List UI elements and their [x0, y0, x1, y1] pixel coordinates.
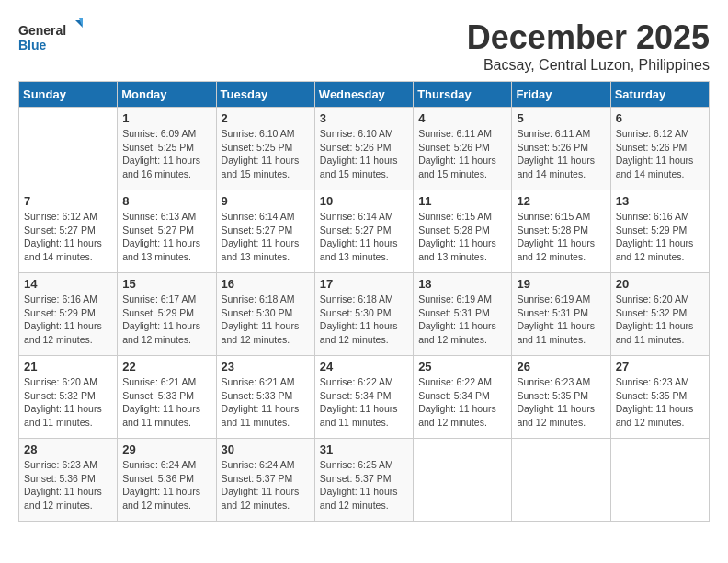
day-info: Sunrise: 6:18 AMSunset: 5:30 PMDaylight:…: [222, 293, 310, 347]
day-info: Sunrise: 6:23 AMSunset: 5:35 PMDaylight:…: [517, 375, 605, 430]
calendar-cell: 23Sunrise: 6:21 AMSunset: 5:33 PMDayligh…: [216, 356, 314, 439]
day-number: 13: [616, 194, 704, 208]
day-header: Sunday: [19, 82, 118, 108]
svg-text:Blue: Blue: [18, 38, 47, 52]
day-info: Sunrise: 6:12 AMSunset: 5:26 PMDaylight:…: [616, 127, 704, 181]
calendar-cell: 30Sunrise: 6:24 AMSunset: 5:37 PMDayligh…: [216, 439, 314, 522]
calendar-cell: 14Sunrise: 6:16 AMSunset: 5:29 PMDayligh…: [19, 273, 118, 356]
calendar-week-row: 28Sunrise: 6:23 AMSunset: 5:36 PMDayligh…: [19, 439, 710, 522]
day-number: 16: [222, 277, 310, 291]
day-header: Thursday: [414, 82, 512, 108]
day-number: 11: [418, 194, 506, 208]
day-header: Monday: [118, 82, 216, 108]
day-info: Sunrise: 6:09 AMSunset: 5:25 PMDaylight:…: [122, 127, 210, 181]
calendar-cell: 11Sunrise: 6:15 AMSunset: 5:28 PMDayligh…: [414, 190, 512, 273]
calendar-cell: 19Sunrise: 6:19 AMSunset: 5:31 PMDayligh…: [512, 273, 610, 356]
day-number: 12: [517, 194, 605, 208]
calendar-cell: 24Sunrise: 6:22 AMSunset: 5:34 PMDayligh…: [314, 356, 413, 439]
calendar-cell: [512, 439, 610, 522]
day-info: Sunrise: 6:23 AMSunset: 5:35 PMDaylight:…: [616, 375, 704, 430]
day-number: 19: [517, 277, 605, 291]
calendar-cell: 12Sunrise: 6:15 AMSunset: 5:28 PMDayligh…: [512, 190, 610, 273]
title-block: December 2025 Bacsay, Central Luzon, Phi…: [467, 18, 710, 74]
day-info: Sunrise: 6:20 AMSunset: 5:32 PMDaylight:…: [616, 293, 704, 347]
day-number: 24: [320, 360, 408, 373]
day-info: Sunrise: 6:17 AMSunset: 5:29 PMDaylight:…: [122, 293, 210, 347]
day-number: 10: [320, 194, 408, 208]
day-number: 4: [418, 111, 506, 125]
day-info: Sunrise: 6:16 AMSunset: 5:29 PMDaylight:…: [24, 293, 112, 347]
day-info: Sunrise: 6:22 AMSunset: 5:34 PMDaylight:…: [418, 375, 506, 430]
day-number: 28: [24, 442, 112, 456]
day-number: 26: [517, 360, 605, 373]
calendar-cell: 21Sunrise: 6:20 AMSunset: 5:32 PMDayligh…: [19, 356, 118, 439]
page-subtitle: Bacsay, Central Luzon, Philippines: [467, 57, 710, 74]
day-info: Sunrise: 6:24 AMSunset: 5:37 PMDaylight:…: [222, 458, 310, 512]
calendar-cell: 15Sunrise: 6:17 AMSunset: 5:29 PMDayligh…: [118, 273, 216, 356]
calendar-cell: 1Sunrise: 6:09 AMSunset: 5:25 PMDaylight…: [118, 108, 216, 190]
calendar-week-row: 7Sunrise: 6:12 AMSunset: 5:27 PMDaylight…: [19, 190, 710, 273]
calendar-cell: 28Sunrise: 6:23 AMSunset: 5:36 PMDayligh…: [19, 439, 118, 522]
page-header: General Blue December 2025 Bacsay, Centr…: [18, 18, 710, 74]
day-info: Sunrise: 6:15 AMSunset: 5:28 PMDaylight:…: [418, 210, 506, 264]
day-info: Sunrise: 6:16 AMSunset: 5:29 PMDaylight:…: [616, 210, 704, 264]
calendar-cell: [414, 439, 512, 522]
calendar-cell: 25Sunrise: 6:22 AMSunset: 5:34 PMDayligh…: [414, 356, 512, 439]
day-number: 27: [616, 360, 704, 373]
calendar-week-row: 21Sunrise: 6:20 AMSunset: 5:32 PMDayligh…: [19, 356, 710, 439]
day-number: 6: [616, 111, 704, 125]
day-number: 14: [24, 277, 112, 291]
day-number: 29: [122, 442, 210, 456]
day-number: 25: [418, 360, 506, 373]
day-number: 9: [222, 194, 310, 208]
calendar-cell: 6Sunrise: 6:12 AMSunset: 5:26 PMDaylight…: [610, 108, 709, 190]
calendar-cell: [610, 439, 709, 522]
page-title: December 2025: [467, 18, 710, 57]
calendar-cell: 18Sunrise: 6:19 AMSunset: 5:31 PMDayligh…: [414, 273, 512, 356]
day-info: Sunrise: 6:25 AMSunset: 5:37 PMDaylight:…: [320, 458, 408, 512]
calendar-cell: 4Sunrise: 6:11 AMSunset: 5:26 PMDaylight…: [414, 108, 512, 190]
calendar-cell: 27Sunrise: 6:23 AMSunset: 5:35 PMDayligh…: [610, 356, 709, 439]
day-header: Saturday: [610, 82, 709, 108]
day-number: 8: [122, 194, 210, 208]
calendar-cell: 5Sunrise: 6:11 AMSunset: 5:26 PMDaylight…: [512, 108, 610, 190]
svg-text:General: General: [18, 23, 66, 38]
calendar-cell: 26Sunrise: 6:23 AMSunset: 5:35 PMDayligh…: [512, 356, 610, 439]
day-number: 20: [616, 277, 704, 291]
logo-svg: General Blue: [18, 18, 83, 55]
calendar-cell: 8Sunrise: 6:13 AMSunset: 5:27 PMDaylight…: [118, 190, 216, 273]
day-info: Sunrise: 6:19 AMSunset: 5:31 PMDaylight:…: [517, 293, 605, 347]
day-info: Sunrise: 6:14 AMSunset: 5:27 PMDaylight:…: [222, 210, 310, 264]
day-info: Sunrise: 6:19 AMSunset: 5:31 PMDaylight:…: [418, 293, 506, 347]
day-info: Sunrise: 6:11 AMSunset: 5:26 PMDaylight:…: [418, 127, 506, 181]
day-info: Sunrise: 6:15 AMSunset: 5:28 PMDaylight:…: [517, 210, 605, 264]
day-number: 30: [222, 442, 310, 456]
day-info: Sunrise: 6:23 AMSunset: 5:36 PMDaylight:…: [24, 458, 112, 512]
day-number: 22: [122, 360, 210, 373]
logo: General Blue: [18, 18, 83, 55]
calendar-cell: 20Sunrise: 6:20 AMSunset: 5:32 PMDayligh…: [610, 273, 709, 356]
calendar-cell: 10Sunrise: 6:14 AMSunset: 5:27 PMDayligh…: [314, 190, 413, 273]
calendar-cell: 17Sunrise: 6:18 AMSunset: 5:30 PMDayligh…: [314, 273, 413, 356]
day-number: 17: [320, 277, 408, 291]
day-number: 23: [222, 360, 310, 373]
day-header: Wednesday: [314, 82, 413, 108]
calendar-week-row: 14Sunrise: 6:16 AMSunset: 5:29 PMDayligh…: [19, 273, 710, 356]
day-info: Sunrise: 6:11 AMSunset: 5:26 PMDaylight:…: [517, 127, 605, 181]
day-header: Tuesday: [216, 82, 314, 108]
calendar-cell: 2Sunrise: 6:10 AMSunset: 5:25 PMDaylight…: [216, 108, 314, 190]
day-info: Sunrise: 6:24 AMSunset: 5:36 PMDaylight:…: [122, 458, 210, 512]
day-number: 15: [122, 277, 210, 291]
day-info: Sunrise: 6:14 AMSunset: 5:27 PMDaylight:…: [320, 210, 408, 264]
day-number: 3: [320, 111, 408, 125]
day-info: Sunrise: 6:10 AMSunset: 5:25 PMDaylight:…: [222, 127, 310, 181]
day-number: 31: [320, 442, 408, 456]
day-info: Sunrise: 6:12 AMSunset: 5:27 PMDaylight:…: [24, 210, 112, 264]
calendar-cell: 31Sunrise: 6:25 AMSunset: 5:37 PMDayligh…: [314, 439, 413, 522]
calendar-cell: 22Sunrise: 6:21 AMSunset: 5:33 PMDayligh…: [118, 356, 216, 439]
day-number: 1: [122, 111, 210, 125]
day-info: Sunrise: 6:20 AMSunset: 5:32 PMDaylight:…: [24, 375, 112, 430]
day-info: Sunrise: 6:21 AMSunset: 5:33 PMDaylight:…: [222, 375, 310, 430]
day-info: Sunrise: 6:22 AMSunset: 5:34 PMDaylight:…: [320, 375, 408, 430]
calendar-cell: 9Sunrise: 6:14 AMSunset: 5:27 PMDaylight…: [216, 190, 314, 273]
